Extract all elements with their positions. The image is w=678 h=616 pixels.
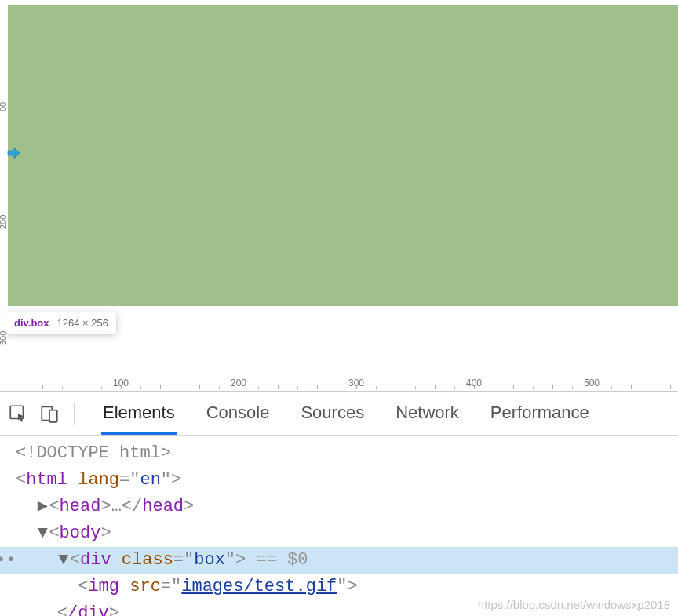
tab-elements[interactable]: Elements bbox=[101, 392, 177, 435]
devtools-panel: Elements Console Sources Network Perform… bbox=[0, 391, 678, 616]
tooltip-dimensions: 1264 × 256 bbox=[57, 317, 108, 329]
inspected-element-highlight[interactable] bbox=[8, 5, 678, 306]
collapse-triangle-icon[interactable]: ▼ bbox=[57, 547, 70, 574]
tab-network[interactable]: Network bbox=[394, 392, 461, 435]
toolbar-separator bbox=[74, 402, 75, 425]
dom-html-open[interactable]: <html lang="en"> bbox=[16, 467, 678, 494]
dom-body-open[interactable]: ▼<body> bbox=[16, 520, 678, 547]
ruler-v-mark: 200 bbox=[0, 215, 8, 229]
ruler-vertical: 00 200 300 bbox=[0, 0, 6, 391]
tab-performance[interactable]: Performance bbox=[489, 392, 591, 435]
dom-tree[interactable]: <!DOCTYPE html> <html lang="en"> ▶<head>… bbox=[0, 436, 678, 616]
tab-sources[interactable]: Sources bbox=[299, 392, 366, 435]
ruler-horizontal: 100 200 300 400 500 bbox=[0, 377, 678, 391]
svg-rect-2 bbox=[49, 410, 57, 421]
dom-div-open[interactable]: ••• ▼<div class="box"> == $0 bbox=[0, 547, 678, 574]
element-inspect-tooltip: div.box 1264 × 256 bbox=[6, 312, 116, 334]
device-toggle-icon[interactable] bbox=[39, 403, 60, 424]
dom-img[interactable]: <img src="images/test.gif"> bbox=[16, 574, 678, 600]
watermark-text: https://blog.csdn.net/windowsxp2018 bbox=[478, 598, 670, 611]
dom-head[interactable]: ▶<head>…</head> bbox=[16, 494, 678, 520]
devtools-toolbar: Elements Console Sources Network Perform… bbox=[0, 392, 678, 436]
dom-doctype[interactable]: <!DOCTYPE html> bbox=[16, 440, 678, 467]
gutter-dots-icon[interactable]: ••• bbox=[0, 547, 16, 574]
ruler-v-mark: 300 bbox=[0, 331, 8, 345]
page-viewport: div.box 1264 × 256 00 200 300 100 200 30… bbox=[0, 0, 678, 391]
inspect-element-icon[interactable] bbox=[8, 403, 28, 424]
expand-triangle-icon[interactable]: ▶ bbox=[36, 494, 49, 520]
collapse-triangle-icon[interactable]: ▼ bbox=[36, 520, 49, 547]
tooltip-selector: div.box bbox=[14, 317, 49, 329]
tab-console[interactable]: Console bbox=[205, 392, 272, 435]
ruler-v-mark: 00 bbox=[0, 102, 8, 111]
devtools-tabs: Elements Console Sources Network Perform… bbox=[101, 392, 591, 435]
pointer-arrow-icon bbox=[7, 148, 20, 159]
